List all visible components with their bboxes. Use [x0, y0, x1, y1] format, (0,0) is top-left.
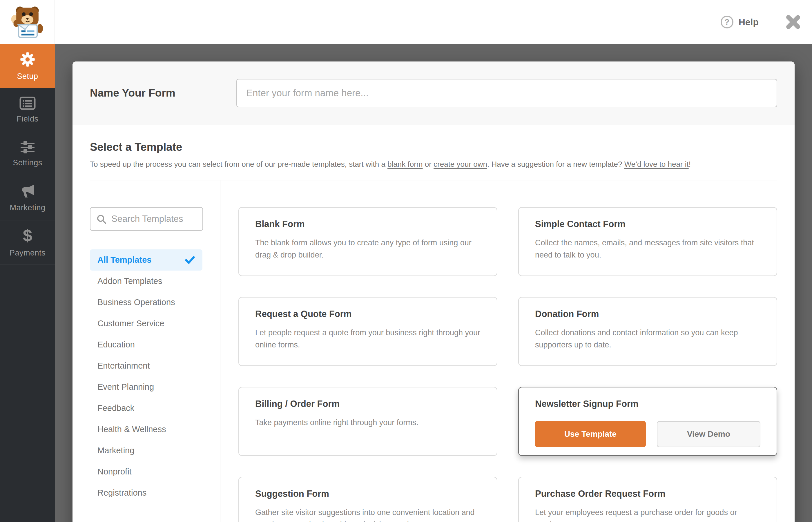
top-bar: ? Help	[0, 0, 812, 44]
template-description: Collect donations and contact informatio…	[535, 326, 760, 351]
category-label: Registrations	[98, 488, 146, 498]
close-builder-button[interactable]	[774, 0, 812, 44]
category-label: Event Planning	[98, 382, 154, 392]
category-customer-service[interactable]: Customer Service	[90, 313, 202, 334]
category-label: Education	[98, 340, 135, 349]
category-label: All Templates	[98, 255, 151, 265]
form-fields-icon	[19, 97, 36, 110]
nav-label: Fields	[17, 115, 38, 123]
template-card-grid: Blank Form The blank form allows you to …	[220, 180, 777, 522]
select-template-title: Select a Template	[90, 141, 777, 154]
template-description: Let people request a quote from your bus…	[255, 326, 481, 351]
nav-label: Setup	[17, 72, 38, 81]
template-card-donation-form[interactable]: Donation Form Collect donations and cont…	[518, 297, 777, 366]
category-feedback[interactable]: Feedback	[90, 398, 202, 419]
category-label: Addon Templates	[98, 276, 162, 286]
view-demo-button[interactable]: View Demo	[657, 421, 760, 447]
template-card-billing-order-form[interactable]: Billing / Order Form Take payments onlin…	[238, 387, 498, 456]
category-addon-templates[interactable]: Addon Templates	[90, 270, 202, 292]
search-templates-box	[90, 207, 202, 231]
template-browser: All Templates Addon Templates Business O…	[90, 180, 777, 522]
nav-item-fields[interactable]: Fields	[0, 88, 55, 132]
close-icon	[785, 14, 801, 30]
use-template-button[interactable]: Use Template	[535, 421, 646, 447]
builder-nav-sidebar: Setup Fields Settings Marketi	[0, 44, 55, 522]
template-section: Select a Template To speed up the proces…	[73, 141, 795, 522]
template-description: Take payments online right through your …	[255, 417, 481, 429]
template-card-actions: Use Template View Demo	[535, 421, 760, 447]
template-name: Newsletter Signup Form	[535, 399, 760, 409]
template-description: Collect the names, emails, and messages …	[535, 237, 760, 261]
category-list: All Templates Addon Templates Business O…	[90, 249, 202, 503]
help-button[interactable]: ? Help	[706, 0, 774, 44]
setup-panel: Name Your Form Select a Template To spee…	[73, 61, 795, 522]
category-nonprofit[interactable]: Nonprofit	[90, 461, 202, 482]
category-label: Customer Service	[98, 319, 164, 328]
blank-form-link[interactable]: blank form	[387, 160, 423, 168]
template-name: Donation Form	[535, 308, 760, 320]
template-description: The blank form allows you to create any …	[255, 237, 481, 261]
category-all-templates[interactable]: All Templates	[90, 249, 202, 270]
category-label: Health & Wellness	[98, 425, 166, 434]
form-builder-window: ? Help	[0, 0, 812, 522]
template-name: Billing / Order Form	[255, 399, 481, 409]
template-description: Gather site visitor suggestions into one…	[255, 506, 481, 522]
category-event-planning[interactable]: Event Planning	[90, 377, 202, 398]
create-your-own-link[interactable]: create your own	[433, 160, 487, 168]
nav-label: Settings	[13, 158, 42, 167]
intro-text: . Have a suggestion for a new template?	[487, 160, 624, 168]
form-name-input[interactable]	[236, 79, 777, 107]
template-card-request-a-quote-form[interactable]: Request a Quote Form Let people request …	[238, 297, 498, 366]
template-name: Request a Quote Form	[255, 308, 481, 320]
dimmed-backdrop: Name Your Form Select a Template To spee…	[55, 44, 812, 522]
category-registrations[interactable]: Registrations	[90, 482, 202, 503]
nav-item-settings[interactable]: Settings	[0, 132, 55, 176]
category-label: Marketing	[98, 446, 134, 455]
template-name: Suggestion Form	[255, 488, 481, 499]
form-name-label: Name Your Form	[90, 87, 236, 99]
nav-label: Marketing	[9, 203, 45, 212]
template-card-purchase-order-request-form[interactable]: Purchase Order Request Form Let your emp…	[518, 477, 777, 522]
category-label: Entertainment	[98, 361, 150, 370]
category-entertainment[interactable]: Entertainment	[90, 355, 202, 377]
wpforms-logo	[0, 0, 55, 44]
template-description: Let your employees request a purchase or…	[535, 506, 760, 522]
search-icon	[96, 214, 107, 224]
template-card-newsletter-signup-form[interactable]: Newsletter Signup Form Use Template View…	[518, 387, 777, 456]
category-label: Nonprofit	[98, 467, 131, 477]
select-template-intro: To speed up the process you can select f…	[90, 160, 777, 169]
intro-text: or	[423, 160, 433, 168]
nav-item-setup[interactable]: Setup	[0, 44, 55, 88]
template-name: Blank Form	[255, 219, 481, 230]
dollar-icon: $	[23, 227, 32, 244]
nav-item-marketing[interactable]: Marketing	[0, 176, 55, 220]
category-label: Feedback	[98, 403, 134, 413]
category-health-wellness[interactable]: Health & Wellness	[90, 419, 202, 440]
megaphone-icon	[19, 184, 36, 199]
search-templates-input[interactable]	[90, 207, 203, 231]
nav-item-payments[interactable]: $ Payments	[0, 220, 55, 264]
suggest-template-link[interactable]: We’d love to hear it	[624, 160, 689, 168]
checkmark-icon	[185, 256, 195, 264]
template-card-simple-contact-form[interactable]: Simple Contact Form Collect the names, e…	[518, 207, 777, 276]
template-card-suggestion-form[interactable]: Suggestion Form Gather site visitor sugg…	[238, 477, 498, 522]
help-label: Help	[739, 17, 759, 27]
category-business-operations[interactable]: Business Operations	[90, 292, 202, 313]
intro-text: To speed up the process you can select f…	[90, 160, 387, 168]
intro-text: !	[689, 160, 691, 168]
nav-label: Payments	[9, 248, 45, 258]
template-name: Purchase Order Request Form	[535, 488, 760, 499]
sliders-icon	[19, 141, 36, 154]
template-categories-column: All Templates Addon Templates Business O…	[90, 180, 220, 522]
question-circle-icon: ?	[720, 16, 733, 28]
gear-icon	[20, 52, 35, 67]
template-card-blank-form[interactable]: Blank Form The blank form allows you to …	[238, 207, 498, 276]
category-marketing[interactable]: Marketing	[90, 440, 202, 461]
category-label: Business Operations	[98, 298, 175, 307]
bear-mascot-icon	[11, 4, 44, 40]
category-education[interactable]: Education	[90, 334, 202, 355]
template-name: Simple Contact Form	[535, 219, 760, 230]
name-your-form-row: Name Your Form	[73, 61, 795, 125]
